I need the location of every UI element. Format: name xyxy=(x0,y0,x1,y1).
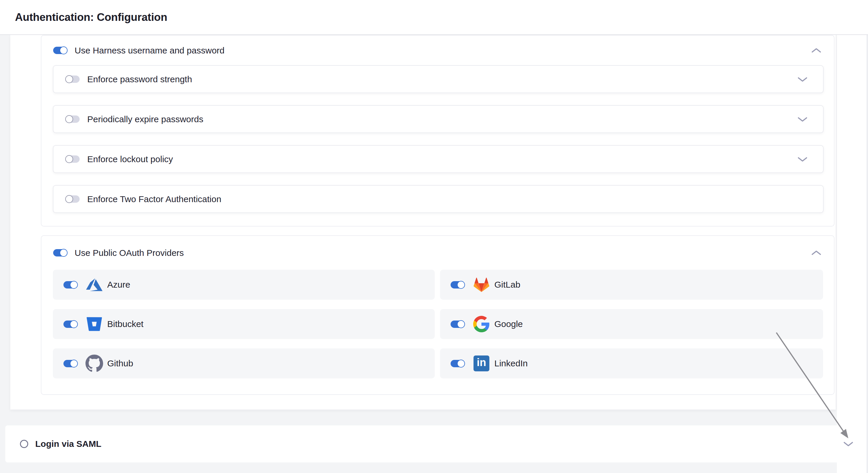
oauth-providers-section: Use Public OAuth Providers Azure Bit xyxy=(41,235,835,395)
oauth-section-label: Use Public OAuth Providers xyxy=(74,248,184,258)
toggle-knob xyxy=(457,359,465,368)
provider-tile-google: Google xyxy=(440,309,823,339)
right-edge-divider xyxy=(867,35,868,473)
password-strength-toggle[interactable] xyxy=(66,75,80,83)
password-strength-row[interactable]: Enforce password strength xyxy=(53,65,824,93)
provider-tile-bitbucket: Bitbucket xyxy=(53,309,435,339)
lockout-policy-toggle[interactable] xyxy=(66,155,80,163)
gitlab-icon xyxy=(472,275,491,294)
provider-tile-linkedin: in LinkedIn xyxy=(440,348,823,378)
gitlab-toggle[interactable] xyxy=(451,281,464,288)
toggle-knob xyxy=(65,75,73,83)
saml-radio-button[interactable] xyxy=(20,440,28,448)
toggle-knob xyxy=(457,320,465,328)
right-gutter xyxy=(837,35,867,473)
auth-settings-panel: Use Harness username and password Enforc… xyxy=(10,35,836,410)
toggle-knob xyxy=(65,195,73,203)
password-expiry-toggle[interactable] xyxy=(66,116,80,123)
provider-tile-github: Github xyxy=(53,348,435,378)
password-expiry-row[interactable]: Periodically expire passwords xyxy=(53,105,824,133)
harness-section-label: Use Harness username and password xyxy=(74,45,224,56)
azure-toggle[interactable] xyxy=(63,281,77,288)
toggle-knob xyxy=(65,155,73,163)
two-factor-row[interactable]: Enforce Two Factor Authentication xyxy=(53,185,824,213)
bitbucket-icon xyxy=(85,315,104,334)
toggle-knob xyxy=(457,281,465,289)
provider-label: Google xyxy=(494,319,523,329)
page-header: Authentication: Configuration xyxy=(0,0,868,35)
lockout-policy-row[interactable]: Enforce lockout policy xyxy=(53,145,824,173)
chevron-down-icon[interactable] xyxy=(797,76,808,83)
linkedin-badge: in xyxy=(473,355,489,371)
linkedin-toggle[interactable] xyxy=(451,360,464,367)
provider-tile-gitlab: GitLab xyxy=(440,270,823,299)
provider-label: Github xyxy=(107,358,133,369)
provider-label: Azure xyxy=(107,280,130,290)
password-expiry-label: Periodically expire passwords xyxy=(87,114,203,124)
lockout-policy-label: Enforce lockout policy xyxy=(87,154,173,164)
chevron-down-icon[interactable] xyxy=(843,441,854,447)
github-icon xyxy=(85,354,104,373)
password-strength-label: Enforce password strength xyxy=(87,74,192,84)
chevron-down-icon[interactable] xyxy=(797,116,808,123)
harness-login-toggle[interactable] xyxy=(53,47,67,54)
google-icon xyxy=(472,315,491,334)
toggle-knob xyxy=(70,320,78,328)
chevron-up-icon[interactable] xyxy=(811,47,822,54)
toggle-knob xyxy=(70,359,78,368)
saml-login-label: Login via SAML xyxy=(35,439,101,449)
harness-login-section: Use Harness username and password Enforc… xyxy=(41,35,835,226)
toggle-knob xyxy=(60,46,68,54)
azure-icon xyxy=(85,275,104,294)
google-toggle[interactable] xyxy=(451,320,464,328)
toggle-knob xyxy=(65,115,73,123)
saml-login-card[interactable]: Login via SAML xyxy=(5,425,867,463)
provider-label: LinkedIn xyxy=(494,358,528,369)
provider-tile-azure: Azure xyxy=(53,270,435,299)
harness-section-header: Use Harness username and password xyxy=(41,36,834,65)
toggle-knob xyxy=(60,249,68,257)
oauth-toggle[interactable] xyxy=(53,249,67,256)
provider-label: GitLab xyxy=(494,280,520,290)
toggle-knob xyxy=(70,281,78,289)
chevron-up-icon[interactable] xyxy=(811,250,822,256)
page-title: Authentication: Configuration xyxy=(15,11,167,24)
provider-label: Bitbucket xyxy=(107,319,143,329)
two-factor-toggle[interactable] xyxy=(66,195,80,203)
chevron-down-icon[interactable] xyxy=(797,156,808,162)
linkedin-icon: in xyxy=(472,354,491,373)
github-toggle[interactable] xyxy=(63,360,77,367)
two-factor-label: Enforce Two Factor Authentication xyxy=(87,194,221,204)
bitbucket-toggle[interactable] xyxy=(63,320,77,328)
oauth-section-header: Use Public OAuth Providers xyxy=(41,236,834,270)
